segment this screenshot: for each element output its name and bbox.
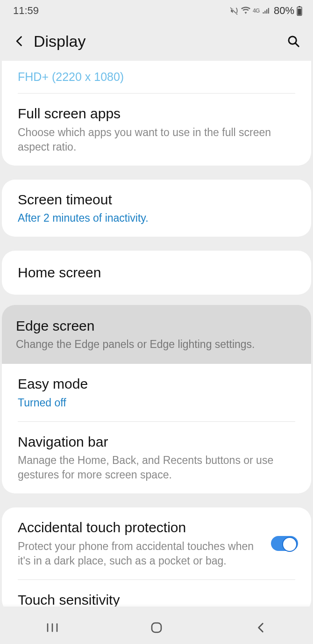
home-nav-button[interactable] <box>128 616 185 639</box>
row-title: Easy mode <box>18 375 295 393</box>
page-title: Display <box>34 32 282 51</box>
svg-line-4 <box>295 43 299 46</box>
accidental-touch-row[interactable]: Accidental touch protection Protect your… <box>2 507 311 579</box>
easy-mode-row[interactable]: Easy mode Turned off <box>2 364 311 421</box>
row-title: Navigation bar <box>18 433 295 451</box>
full-screen-apps-row[interactable]: Full screen apps Choose which apps you w… <box>2 94 311 166</box>
status-bar: 11:59 4G 80% <box>0 0 313 22</box>
row-title: Accidental touch protection <box>18 519 263 536</box>
svg-rect-2 <box>298 9 301 15</box>
wifi-icon <box>241 6 251 15</box>
recents-nav-button[interactable] <box>24 616 80 639</box>
screen-resolution-row[interactable]: FHD+ (2220 x 1080) <box>2 67 311 93</box>
resolution-value: FHD+ (2220 x 1080) <box>18 70 124 83</box>
battery-percent: 80% <box>274 5 294 17</box>
row-title: Edge screen <box>16 317 297 335</box>
navigation-bar-row[interactable]: Navigation bar Manage the Home, Back, an… <box>2 422 311 494</box>
home-screen-row[interactable]: Home screen <box>2 251 311 295</box>
card-home-screen: Home screen <box>2 251 311 295</box>
row-title: Screen timeout <box>18 191 295 209</box>
accidental-touch-toggle[interactable] <box>271 536 298 551</box>
signal-icon <box>262 7 271 15</box>
row-title: Touch sensitivity <box>18 591 295 607</box>
network-4g-icon: 4G <box>253 7 260 14</box>
screen-timeout-row[interactable]: Screen timeout After 2 minutes of inacti… <box>2 180 311 237</box>
search-button[interactable] <box>282 30 305 52</box>
row-subtitle: Manage the Home, Back, and Recents butto… <box>18 453 295 482</box>
settings-list[interactable]: FHD+ (2220 x 1080) Full screen apps Choo… <box>0 61 313 607</box>
row-title: Full screen apps <box>18 105 295 123</box>
row-title: Home screen <box>18 264 295 282</box>
system-navigation-bar <box>0 611 313 644</box>
card-touch: Accidental touch protection Protect your… <box>2 507 311 607</box>
battery-icon <box>296 6 303 16</box>
header: Display <box>0 22 313 61</box>
svg-rect-8 <box>152 623 161 632</box>
card-edge-easy-nav: Edge screen Change the Edge panels or Ed… <box>2 305 311 494</box>
back-button[interactable] <box>8 30 31 52</box>
row-subtitle: After 2 minutes of inactivity. <box>18 211 295 225</box>
back-nav-button[interactable] <box>233 616 289 639</box>
edge-screen-row[interactable]: Edge screen Change the Edge panels or Ed… <box>2 305 311 364</box>
card-screen-timeout: Screen timeout After 2 minutes of inacti… <box>2 180 311 237</box>
svg-rect-1 <box>299 6 300 7</box>
status-time: 11:59 <box>13 5 39 17</box>
mute-vibrate-icon <box>229 6 239 15</box>
status-tray: 4G 80% <box>229 5 303 17</box>
row-subtitle: Protect your phone from accidental touch… <box>18 539 263 568</box>
card-resolution-fullscreen: FHD+ (2220 x 1080) Full screen apps Choo… <box>2 61 311 166</box>
row-subtitle: Change the Edge panels or Edge lighting … <box>16 337 297 352</box>
row-subtitle: Choose which apps you want to use in the… <box>18 125 295 154</box>
touch-sensitivity-row[interactable]: Touch sensitivity <box>2 580 311 607</box>
row-subtitle: Turned off <box>18 396 295 410</box>
